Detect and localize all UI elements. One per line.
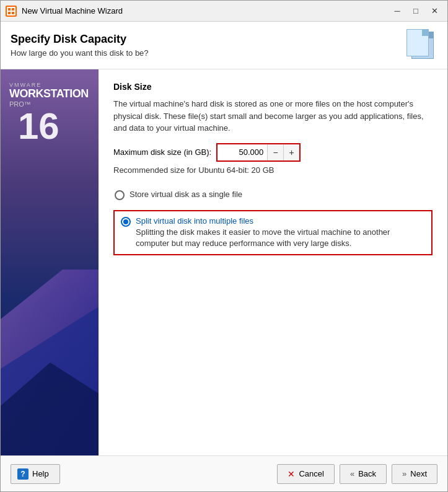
multiple-files-option[interactable]: Split virtual disk into multiple files S… [113, 210, 433, 255]
file-front-icon [406, 29, 429, 56]
disk-size-input[interactable] [217, 146, 267, 159]
minimize-button[interactable]: ─ [389, 4, 405, 18]
single-file-label-block: Store virtual disk as a single file [130, 190, 242, 199]
disk-size-plus-button[interactable]: + [283, 144, 299, 160]
header: Specify Disk Capacity How large do you w… [1, 22, 447, 69]
window-controls: ─ □ ✕ [389, 4, 442, 18]
disk-storage-options: Store virtual disk as a single file Spli… [113, 186, 433, 255]
help-icon: ? [17, 468, 29, 480]
footer: ? Help ✕ Cancel « Back » Next [1, 455, 447, 491]
next-button[interactable]: » Next [392, 464, 437, 484]
wizard-window: New Virtual Machine Wizard ─ □ ✕ Specify… [0, 0, 448, 492]
page-title: Specify Disk Capacity [11, 33, 149, 46]
close-button[interactable]: ✕ [426, 4, 442, 18]
multiple-files-radio[interactable] [121, 217, 131, 227]
disk-size-row: Maximum disk size (in GB): − + [113, 143, 433, 162]
svg-rect-2 [8, 8, 11, 11]
sidebar-workstation-label: WORKSTATION [9, 88, 90, 100]
page-subtitle: How large do you want this disk to be? [11, 48, 149, 58]
disk-size-section-title: Disk Size [113, 82, 433, 92]
svg-rect-4 [8, 12, 11, 14]
disk-size-label: Maximum disk size (in GB): [113, 147, 211, 157]
single-file-label: Store virtual disk as a single file [130, 190, 242, 199]
help-button[interactable]: ? Help [11, 464, 60, 484]
single-file-radio[interactable] [115, 190, 125, 200]
back-button[interactable]: « Back [340, 464, 387, 484]
files-icon [406, 29, 437, 61]
help-label: Help [32, 469, 49, 478]
sidebar-version-label: 16 [9, 108, 90, 145]
main-panel: Disk Size The virtual machine's hard dis… [99, 69, 447, 455]
footer-right: ✕ Cancel « Back » Next [277, 464, 437, 484]
single-file-option[interactable]: Store virtual disk as a single file [113, 186, 433, 204]
recommended-size-text: Recommended size for Ubuntu 64-bit: 20 G… [113, 165, 433, 175]
disk-size-minus-button[interactable]: − [267, 144, 283, 160]
header-text: Specify Disk Capacity How large do you w… [11, 33, 149, 58]
sidebar-brand: VMWARE WORKSTATION PRO™ 16 [1, 76, 99, 151]
title-bar: New Virtual Machine Wizard ─ □ ✕ [1, 1, 447, 22]
cancel-label: Cancel [299, 469, 323, 478]
app-icon [6, 6, 17, 17]
maximize-button[interactable]: □ [408, 4, 424, 18]
cancel-icon: ✕ [288, 469, 295, 479]
footer-left: ? Help [11, 464, 60, 484]
sidebar-graphic [1, 270, 99, 455]
next-icon: » [402, 469, 406, 478]
content-area: VMWARE WORKSTATION PRO™ 16 [1, 69, 447, 455]
sidebar: VMWARE WORKSTATION PRO™ 16 [1, 69, 99, 455]
disk-size-description: The virtual machine's hard disk is store… [113, 98, 433, 134]
back-label: Back [358, 469, 376, 478]
multiple-files-label: Split virtual disk into multiple files [136, 216, 425, 226]
cancel-button[interactable]: ✕ Cancel [277, 464, 334, 484]
multiple-files-desc: Splitting the disk makes it easier to mo… [136, 227, 425, 249]
svg-rect-3 [12, 8, 14, 11]
back-icon: « [350, 469, 354, 478]
window-title: New Virtual Machine Wizard [22, 6, 389, 15]
disk-size-input-group: − + [216, 143, 301, 162]
next-label: Next [410, 469, 427, 478]
multiple-files-label-block: Split virtual disk into multiple files S… [136, 216, 425, 249]
svg-rect-5 [12, 12, 14, 14]
